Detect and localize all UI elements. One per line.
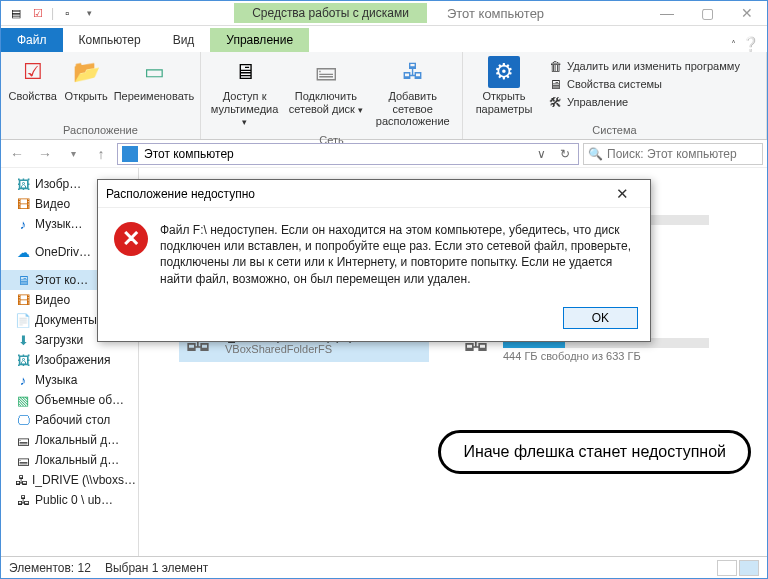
nav-music2[interactable]: ♪Музыка bbox=[1, 370, 138, 390]
tab-view[interactable]: Вид bbox=[157, 28, 211, 52]
help-icon[interactable]: ❔ bbox=[742, 36, 759, 52]
dialog-message: Файл F:\ недоступен. Если он находится н… bbox=[160, 222, 634, 287]
ribbon-group-location: Расположение bbox=[1, 122, 200, 139]
address-bar[interactable]: ∨ ↻ bbox=[117, 143, 579, 165]
nav-pictures2[interactable]: 🖼Изображения bbox=[1, 350, 138, 370]
nav-recent-button[interactable]: ▾ bbox=[61, 143, 85, 165]
nav-up-button[interactable]: ↑ bbox=[89, 143, 113, 165]
status-item-count: Элементов: 12 bbox=[9, 561, 91, 575]
annotation-callout: Иначе флешка станет недоступной bbox=[438, 430, 751, 474]
dialog-ok-button[interactable]: OK bbox=[563, 307, 638, 329]
close-button[interactable]: ✕ bbox=[727, 2, 767, 25]
search-input[interactable] bbox=[607, 147, 758, 161]
app-icon: ▤ bbox=[7, 4, 25, 22]
dialog-close-button[interactable]: ✕ bbox=[602, 181, 642, 207]
address-dropdown-icon[interactable]: ∨ bbox=[532, 144, 550, 164]
ribbon-group-system: Система bbox=[463, 122, 766, 139]
dropdown-icon: ▾ bbox=[242, 117, 247, 127]
qat-props-icon[interactable]: ☑ bbox=[29, 4, 47, 22]
view-icons-button[interactable] bbox=[739, 560, 759, 576]
ribbon-map-drive-button[interactable]: 🖴Подключить сетевой диск ▾ bbox=[288, 56, 363, 115]
nav-fwd-button[interactable]: → bbox=[33, 143, 57, 165]
thispc-icon bbox=[122, 146, 138, 162]
ribbon-media-button[interactable]: 🖥Доступ к мультимедиа ▾ bbox=[207, 56, 282, 128]
window-title: Этот компьютер bbox=[447, 6, 544, 21]
tab-file[interactable]: Файл bbox=[1, 28, 63, 52]
address-refresh-icon[interactable]: ↻ bbox=[556, 144, 574, 164]
status-bar: Элементов: 12 Выбран 1 элемент bbox=[1, 556, 767, 578]
status-selection: Выбран 1 элемент bbox=[105, 561, 208, 575]
search-icon: 🔍 bbox=[588, 147, 603, 161]
error-dialog: Расположение недоступно ✕ ✕ Файл F:\ нед… bbox=[97, 179, 651, 342]
nav-idrive[interactable]: 🖧I_DRIVE (\\vboxs… bbox=[1, 470, 138, 490]
ribbon-add-netloc-button[interactable]: 🖧Добавить сетевое расположение bbox=[369, 56, 456, 128]
address-input[interactable] bbox=[144, 147, 526, 161]
ribbon-collapse-icon[interactable]: ˄ bbox=[731, 39, 736, 50]
ribbon-manage[interactable]: 🛠Управление bbox=[547, 94, 740, 110]
minimize-button[interactable]: — bbox=[647, 2, 687, 25]
maximize-button[interactable]: ▢ bbox=[687, 2, 727, 25]
nav-3dobjects[interactable]: ▧Объемные об… bbox=[1, 390, 138, 410]
ribbon-properties-button[interactable]: ☑Свойства bbox=[7, 56, 58, 103]
context-tab-drive-tools: Средства работы с дисками bbox=[234, 3, 427, 23]
dropdown-icon: ▾ bbox=[358, 105, 363, 115]
nav-localdisk1[interactable]: 🖴Локальный д… bbox=[1, 430, 138, 450]
nav-back-button[interactable]: ← bbox=[5, 143, 29, 165]
dialog-title: Расположение недоступно bbox=[106, 187, 255, 201]
nav-public[interactable]: 🖧Public 0 \ ub… bbox=[1, 490, 138, 510]
error-icon: ✕ bbox=[114, 222, 148, 256]
view-details-button[interactable] bbox=[717, 560, 737, 576]
ribbon-system-props[interactable]: 🖥Свойства системы bbox=[547, 76, 740, 92]
qat-new-icon[interactable]: ▫ bbox=[58, 4, 76, 22]
nav-localdisk2[interactable]: 🖴Локальный д… bbox=[1, 450, 138, 470]
ribbon-open-button[interactable]: 📂Открыть bbox=[64, 56, 108, 103]
ribbon-open-settings-button[interactable]: ⚙Открыть параметры bbox=[469, 56, 539, 115]
ribbon-rename-button[interactable]: ▭Переименовать bbox=[114, 56, 194, 103]
tab-computer[interactable]: Компьютер bbox=[63, 28, 157, 52]
nav-desktop[interactable]: 🖵Рабочий стол bbox=[1, 410, 138, 430]
qat-more-icon[interactable]: ▾ bbox=[80, 4, 98, 22]
ribbon-uninstall-program[interactable]: 🗑Удалить или изменить программу bbox=[547, 58, 740, 74]
tab-manage[interactable]: Управление bbox=[210, 28, 309, 52]
